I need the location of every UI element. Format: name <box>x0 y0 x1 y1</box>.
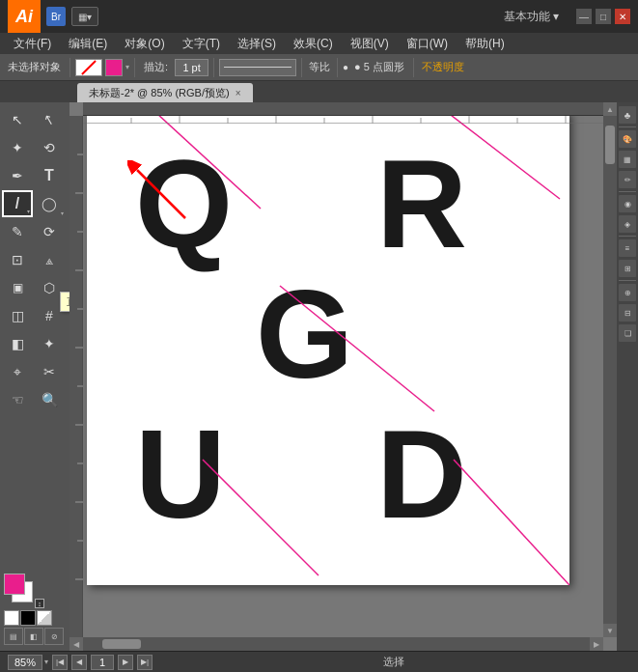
tool-row-2: ✦ ⟲ <box>2 134 68 161</box>
nav-prev-button[interactable]: ◀ <box>71 655 87 670</box>
page-number-input[interactable] <box>91 655 114 670</box>
canvas-area[interactable]: Q R G U D <box>69 102 617 651</box>
eyedropper-button[interactable]: ✦ <box>34 330 65 357</box>
br-badge[interactable]: Br <box>46 7 66 26</box>
direct-select-tool-button[interactable]: ↖ <box>34 106 65 133</box>
scroll-thumb-horizontal[interactable] <box>102 639 141 649</box>
symbols-button[interactable]: ◉ <box>619 195 636 212</box>
pencil-tool-button[interactable]: ✎ <box>2 218 33 245</box>
color-mode-button[interactable]: ▤ <box>4 628 23 645</box>
stroke-width-input[interactable] <box>175 59 208 76</box>
nav-first-button[interactable]: |◀ <box>52 655 68 670</box>
nav-next-button[interactable]: ▶ <box>118 655 133 670</box>
gradient-tool-button[interactable]: ◧ <box>2 330 33 357</box>
minimize-button[interactable]: — <box>576 9 592 24</box>
tool-row-10: ⌖ ✂ <box>2 358 68 385</box>
ratio-label: 等比 <box>307 60 332 74</box>
hand-tool-button[interactable]: ☜ <box>2 386 33 413</box>
menu-edit[interactable]: 编辑(E) <box>61 34 115 54</box>
align-button[interactable]: ⊟ <box>619 304 636 322</box>
far-right-panel: ♣ 🎨 ▦ ✏ ◉ ◈ ≡ ⊞ ⊕ ⊟ ❏ <box>617 102 638 651</box>
fill-indicator[interactable] <box>4 574 25 595</box>
close-button[interactable]: ✕ <box>615 9 630 24</box>
ellipse-tool-button[interactable]: ◯ ▾ <box>34 190 65 217</box>
artboard: Q R G U D <box>87 112 569 585</box>
view-menu-icon[interactable]: ▦▾ <box>71 7 98 26</box>
scroll-track-horizontal[interactable] <box>83 637 590 651</box>
stroke-color-preview[interactable] <box>75 59 102 76</box>
swatches-button[interactable]: ▦ <box>619 151 636 168</box>
far-right-sep-4 <box>619 280 636 281</box>
warp-tool-button[interactable]: ⟁ <box>34 246 65 273</box>
far-right-sep-2 <box>619 191 636 192</box>
type-tool-button[interactable]: T <box>34 162 65 189</box>
none-button[interactable]: ⊘ <box>44 628 64 645</box>
menu-window[interactable]: 窗口(W) <box>399 34 456 54</box>
white-swatch[interactable] <box>4 610 19 626</box>
status-bar: ▾ |◀ ◀ ▶ ▶| 选择 <box>0 651 638 672</box>
favorites-button[interactable]: ♣ <box>619 106 636 124</box>
maximize-button[interactable]: □ <box>596 9 611 24</box>
perspective-grid-button[interactable]: ◫ <box>2 302 33 329</box>
rotate-tool-button[interactable]: ⟳ <box>34 218 65 245</box>
menu-object[interactable]: 对象(O) <box>117 34 172 54</box>
control-toolbar: 未选择对象 ▾ 描边: 等比 ● ● 5 点圆形 不透明度 <box>0 54 638 81</box>
zoom-control: ▾ <box>8 655 48 670</box>
gradient-button[interactable]: ◧ <box>24 628 43 645</box>
scale-tool-button[interactable]: ⊡ <box>2 246 33 273</box>
fill-color-box[interactable] <box>105 59 123 76</box>
graphic-styles-button[interactable]: ◈ <box>619 215 636 233</box>
zoom-tool-button[interactable]: 🔍 <box>34 386 65 413</box>
menu-text[interactable]: 文字(T) <box>175 34 228 54</box>
menu-file[interactable]: 文件(F) <box>6 34 59 54</box>
zoom-input[interactable] <box>8 655 42 670</box>
line-style-box[interactable] <box>219 59 296 76</box>
color-guide-button[interactable]: 🎨 <box>619 130 636 148</box>
menu-effect[interactable]: 效果(C) <box>286 34 341 54</box>
artboards-button[interactable]: ⊞ <box>619 260 636 277</box>
toolbar-sep-1 <box>69 58 70 77</box>
left-toolbar: ↖ ↖ ✦ ⟲ ✒ T / ▾ <box>0 102 69 651</box>
tool-row-1: ↖ ↖ <box>2 106 68 133</box>
menu-view[interactable]: 视图(V) <box>343 34 397 54</box>
no-selection-label: 未选择对象 <box>4 60 65 74</box>
select-tool-button[interactable]: ↖ <box>2 106 33 133</box>
none-swatch[interactable] <box>37 610 52 626</box>
transform-button[interactable]: ⊕ <box>619 284 636 301</box>
brushes-button[interactable]: ✏ <box>619 171 636 188</box>
magic-wand-tool-button[interactable]: ✦ <box>2 134 33 161</box>
active-tab[interactable]: 未标题-2* @ 85% (RGB/预览) × <box>77 83 253 102</box>
scroll-up-button[interactable]: ▲ <box>603 102 617 116</box>
lasso-tool-button[interactable]: ⟲ <box>34 134 65 161</box>
scroll-down-button[interactable]: ▼ <box>603 624 617 637</box>
dot-option-label[interactable]: ● 5 点圆形 <box>350 60 408 74</box>
layers-button[interactable]: ≡ <box>619 239 636 257</box>
swap-fill-stroke-icon[interactable]: ↕ <box>35 599 44 608</box>
tab-close-button[interactable]: × <box>236 88 241 98</box>
scroll-track-vertical[interactable] <box>603 116 617 624</box>
main-area: ↖ ↖ ✦ ⟲ ✒ T / ▾ <box>0 102 638 651</box>
zoom-dropdown-arrow[interactable]: ▾ <box>44 658 48 666</box>
scrollbar-horizontal[interactable]: ◀ ▶ <box>69 637 603 651</box>
menu-help[interactable]: 帮助(H) <box>458 34 513 54</box>
blend-tool-button[interactable]: ⌖ <box>2 358 33 385</box>
scissors-button[interactable]: ✂ <box>34 358 65 385</box>
pathfinder-button[interactable]: ❏ <box>619 324 636 342</box>
scrollbar-vertical[interactable]: ▲ ▼ <box>603 102 617 637</box>
scroll-thumb-vertical[interactable] <box>605 126 615 164</box>
color-dropdown-arrow[interactable]: ▾ <box>125 63 129 71</box>
workspace-label[interactable]: 基本功能 ▾ <box>504 9 559 25</box>
nav-last-button[interactable]: ▶| <box>137 655 153 670</box>
tool-row-7: ▣ ⬡ <box>2 274 68 301</box>
free-transform-button[interactable]: ▣ <box>2 274 33 301</box>
pen-tool-button[interactable]: ✒ <box>2 162 33 189</box>
menu-select[interactable]: 选择(S) <box>230 34 284 54</box>
title-bar: Ai Br ▦▾ 基本功能 ▾ — □ ✕ <box>0 0 638 33</box>
line-tool-button[interactable]: / ▾ <box>2 190 33 217</box>
scroll-right-button[interactable]: ▶ <box>590 637 603 651</box>
far-right-sep-1 <box>619 126 636 127</box>
scroll-left-button[interactable]: ◀ <box>69 637 83 651</box>
black-swatch[interactable] <box>20 610 36 626</box>
tool-row-3: ✒ T <box>2 162 68 189</box>
tool-row-6: ⊡ ⟁ <box>2 246 68 273</box>
